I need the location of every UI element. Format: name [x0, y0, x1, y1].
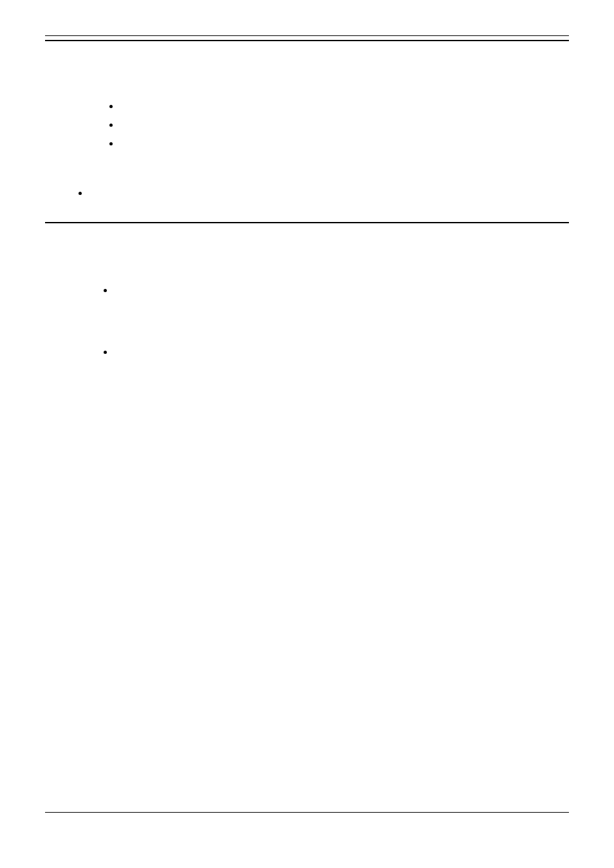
header-rule-thin — [45, 35, 569, 36]
bullet-icon — [109, 124, 113, 127]
bullet-icon — [79, 192, 82, 195]
bullet-icon — [104, 351, 107, 354]
page-content — [45, 0, 569, 868]
header-rule-thick — [45, 40, 569, 41]
bullet-icon — [109, 105, 113, 108]
bullet-icon — [109, 142, 113, 145]
section-rule — [45, 222, 569, 223]
bullet-icon — [104, 289, 107, 292]
footer-rule — [45, 812, 569, 813]
